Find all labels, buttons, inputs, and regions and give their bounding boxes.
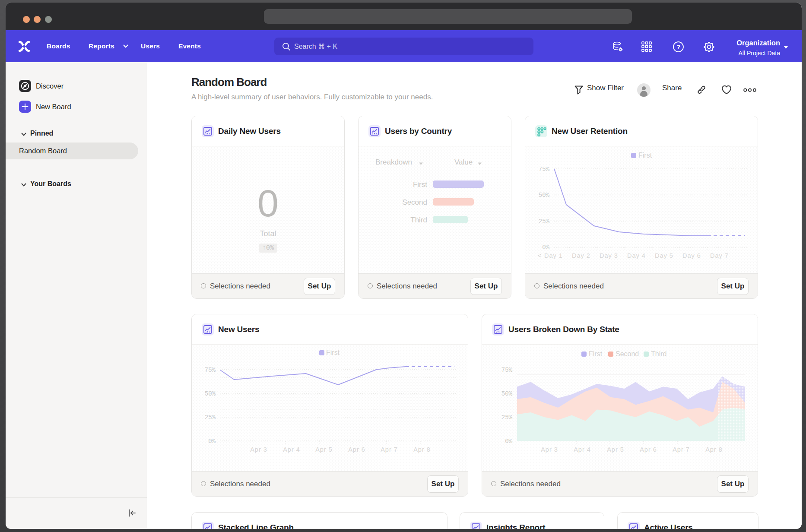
svg-text:50%: 50% — [501, 390, 513, 397]
svg-text:Apr 7: Apr 7 — [673, 446, 690, 453]
svg-text:Day 6: Day 6 — [682, 252, 701, 259]
svg-text:Apr 8: Apr 8 — [413, 446, 431, 453]
svg-text:Third: Third — [651, 350, 666, 358]
svg-text:25%: 25% — [205, 414, 216, 421]
svg-text:Apr 4: Apr 4 — [574, 446, 591, 453]
svg-text:Apr 7: Apr 7 — [381, 446, 398, 453]
svg-text:Apr 4: Apr 4 — [283, 446, 300, 453]
svg-text:First: First — [589, 350, 603, 358]
svg-text:First: First — [326, 349, 340, 356]
svg-text:Day 7: Day 7 — [710, 252, 729, 259]
svg-text:75%: 75% — [539, 166, 550, 173]
svg-text:Apr 6: Apr 6 — [640, 446, 657, 453]
svg-text:50%: 50% — [539, 192, 550, 199]
svg-text:<: < — [538, 252, 542, 259]
svg-text:75%: 75% — [501, 367, 513, 374]
svg-text:75%: 75% — [205, 367, 216, 374]
svg-text:Apr 3: Apr 3 — [250, 446, 267, 453]
svg-text:?: ? — [676, 43, 680, 51]
svg-text:Day 3: Day 3 — [600, 252, 618, 259]
svg-text:Apr 6: Apr 6 — [348, 446, 365, 453]
svg-text:0%: 0% — [505, 438, 512, 445]
svg-text:Day 5: Day 5 — [655, 252, 673, 259]
svg-text:50%: 50% — [205, 390, 216, 397]
svg-text:0%: 0% — [542, 244, 549, 251]
svg-text:Day 2: Day 2 — [572, 252, 590, 259]
svg-text:Day 4: Day 4 — [627, 252, 646, 259]
svg-text:25%: 25% — [539, 218, 550, 225]
svg-text:25%: 25% — [501, 414, 513, 421]
svg-text:Apr 3: Apr 3 — [541, 446, 558, 453]
svg-text:Day 1: Day 1 — [544, 252, 563, 259]
svg-text:0%: 0% — [208, 438, 216, 445]
svg-text:Second: Second — [616, 350, 639, 358]
svg-text:Apr 5: Apr 5 — [315, 446, 333, 453]
svg-text:Apr 8: Apr 8 — [705, 446, 723, 453]
svg-text:First: First — [638, 152, 652, 159]
svg-text:Apr 5: Apr 5 — [607, 446, 624, 453]
